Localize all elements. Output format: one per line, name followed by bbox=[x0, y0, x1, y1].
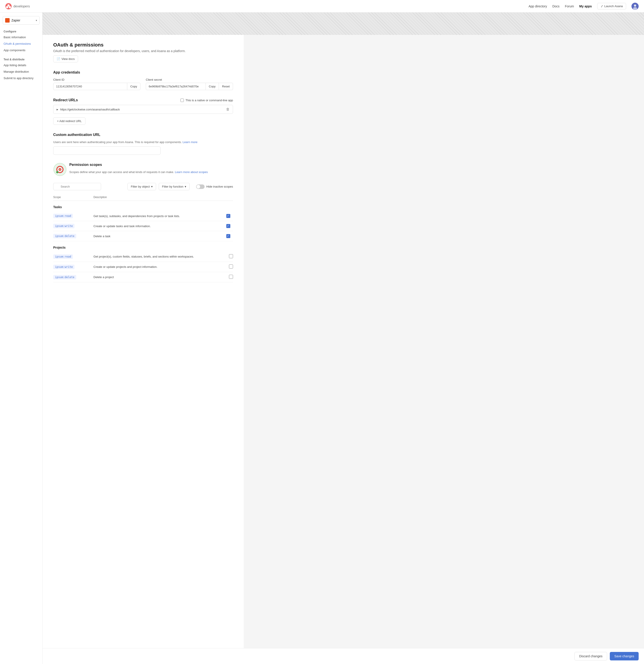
custom-auth-subtitle-text: Users are sent here when authenticating … bbox=[53, 140, 182, 144]
scope-checkbox-cell bbox=[226, 262, 233, 272]
svg-point-5 bbox=[634, 4, 636, 7]
col-checkbox bbox=[226, 194, 233, 201]
expand-icon[interactable]: ▶ bbox=[57, 108, 58, 111]
add-redirect-url-button[interactable]: + Add redirect URL bbox=[53, 117, 85, 125]
asana-logo[interactable]: developers bbox=[5, 3, 30, 9]
nav-forum[interactable]: Forum bbox=[565, 4, 574, 8]
nav-docs[interactable]: Docs bbox=[552, 4, 559, 8]
scopes-icon-svg bbox=[53, 163, 67, 176]
app-name-label: Zapier bbox=[12, 19, 20, 22]
client-id-input-row: Copy bbox=[53, 83, 141, 90]
app-credentials-section: App credentials Client ID Copy Client se… bbox=[53, 70, 233, 90]
sidebar-item-app-listing[interactable]: App listing details bbox=[0, 62, 42, 68]
scopes-learn-more-link[interactable]: Learn more about scopes bbox=[175, 170, 208, 174]
custom-auth-subtitle: Users are sent here when authenticating … bbox=[53, 140, 233, 144]
scope-checkbox[interactable] bbox=[229, 265, 233, 269]
toggle-knob bbox=[196, 185, 200, 188]
app-icon bbox=[5, 18, 9, 23]
page-subtitle: OAuth is the preferred method of authent… bbox=[53, 49, 233, 53]
col-description: Description bbox=[94, 194, 226, 201]
view-docs-label: View docs bbox=[62, 57, 75, 61]
scope-badge-cell: ipsum:delete bbox=[53, 231, 94, 241]
scope-group-name: Tasks bbox=[53, 201, 233, 211]
filter-function-label: Filter by function bbox=[162, 185, 183, 188]
external-link-icon: ⤤ bbox=[601, 4, 603, 8]
native-app-checkbox[interactable] bbox=[181, 99, 184, 102]
filter-by-function-button[interactable]: Filter by function ▾ bbox=[159, 183, 190, 190]
client-id-input[interactable] bbox=[53, 83, 127, 90]
scope-group-name: Projects bbox=[53, 241, 233, 252]
custom-auth-url-input[interactable] bbox=[53, 146, 161, 155]
hide-inactive-toggle[interactable] bbox=[196, 184, 205, 189]
scope-checkbox-checked[interactable] bbox=[226, 234, 230, 238]
scope-checkbox[interactable] bbox=[229, 254, 233, 258]
delete-redirect-icon[interactable]: 🗑 bbox=[226, 107, 230, 111]
scope-badge: ipsum:read bbox=[53, 214, 73, 218]
nav-my-apps[interactable]: My apps bbox=[579, 4, 592, 8]
col-scope: Scope bbox=[53, 194, 94, 201]
scope-description-cell: Get project(s), custom fields, statuses,… bbox=[94, 251, 226, 262]
scope-checkbox-cell bbox=[226, 231, 233, 241]
redirect-url-left: ▶ https://getclockwise.com/asana/oauth/c… bbox=[57, 108, 120, 111]
native-app-checkbox-label[interactable]: This is a native or command-line app bbox=[181, 99, 233, 102]
sidebar-item-manage-distribution[interactable]: Manage distribution bbox=[0, 68, 42, 75]
permission-scopes-section: Permission scopes Scopes define what you… bbox=[53, 163, 233, 282]
table-row: ipsum:readGet project(s), custom fields,… bbox=[53, 251, 233, 262]
scope-description-cell: Get task(s), subtasks, and dependencies … bbox=[94, 211, 226, 221]
scope-badge-cell: ipsum:write bbox=[53, 221, 94, 231]
view-docs-button[interactable]: 📄 View docs bbox=[53, 56, 78, 62]
scope-checkbox-checked[interactable] bbox=[226, 224, 230, 228]
scope-badge: ipsum:write bbox=[53, 265, 75, 269]
scope-badge: ipsum:write bbox=[53, 224, 75, 228]
scopes-search-input[interactable] bbox=[53, 183, 101, 190]
search-wrapper: 🔍 bbox=[53, 183, 125, 190]
scope-checkbox[interactable] bbox=[229, 275, 233, 279]
client-id-label: Client ID bbox=[53, 78, 141, 81]
scope-badge-cell: ipsum:write bbox=[53, 262, 94, 272]
filter-function-chevron-icon: ▾ bbox=[185, 185, 186, 188]
main-area: OAuth & permissions OAuth is the preferr… bbox=[42, 13, 644, 664]
table-row: ipsum:deleteDelete a task bbox=[53, 231, 233, 241]
custom-auth-learn-more-link[interactable]: Learn more bbox=[183, 140, 198, 144]
scopes-mascot-icon bbox=[53, 163, 67, 178]
scope-description-cell: Create or update tasks and task informat… bbox=[94, 221, 226, 231]
app-selector[interactable]: Zapier ▾ bbox=[3, 16, 40, 25]
sidebar-item-oauth-permissions[interactable]: OAuth & permissions bbox=[0, 40, 42, 47]
scope-checkbox-checked[interactable] bbox=[226, 214, 230, 218]
redirect-header: Redirect URLs This is a native or comman… bbox=[53, 98, 233, 102]
client-id-copy-button[interactable]: Copy bbox=[127, 83, 141, 90]
scopes-filters: 🔍 Filter by object ▾ Filter by function … bbox=[53, 183, 233, 190]
save-changes-button[interactable]: Save changes bbox=[610, 652, 639, 660]
test-distribute-section-label: Test & distribute bbox=[0, 56, 42, 62]
scopes-table-body: Tasksipsum:readGet task(s), subtasks, an… bbox=[53, 201, 233, 282]
svg-point-12 bbox=[56, 171, 58, 172]
client-secret-reset-button[interactable]: Reset bbox=[219, 83, 233, 90]
redirect-url-item: ▶ https://getclockwise.com/asana/oauth/c… bbox=[53, 105, 233, 114]
nav-app-directory[interactable]: App directory bbox=[528, 4, 547, 8]
sidebar-item-submit-app[interactable]: Submit to app directory bbox=[0, 75, 42, 81]
asana-logo-svg bbox=[5, 3, 12, 9]
sidebar-item-basic-information[interactable]: Basic information bbox=[0, 34, 42, 40]
banner-image bbox=[42, 13, 644, 35]
scope-badge-cell: ipsum:delete bbox=[53, 272, 94, 282]
scopes-title: Permission scopes bbox=[69, 163, 233, 167]
custom-auth-section: Custom authentication URL Users are sent… bbox=[53, 133, 233, 155]
scope-badge-cell: ipsum:read bbox=[53, 211, 94, 221]
scope-description-cell: Delete a task bbox=[94, 231, 226, 241]
table-row: ipsum:readGet task(s), subtasks, and dep… bbox=[53, 211, 233, 221]
scope-checkbox-cell bbox=[226, 251, 233, 262]
client-secret-input[interactable] bbox=[146, 83, 206, 90]
table-row: ipsum:writeCreate or update projects and… bbox=[53, 262, 233, 272]
scope-badge: ipsum:read bbox=[53, 254, 73, 259]
native-app-label: This is a native or command-line app bbox=[186, 99, 233, 102]
sidebar-item-app-components[interactable]: App components bbox=[0, 47, 42, 54]
client-secret-copy-button[interactable]: Copy bbox=[206, 83, 219, 90]
configure-section-label: Configure bbox=[0, 28, 42, 34]
scope-badge-cell: ipsum:read bbox=[53, 251, 94, 262]
nav-left: developers bbox=[5, 3, 30, 9]
page-header: OAuth & permissions OAuth is the preferr… bbox=[53, 42, 233, 62]
filter-by-object-button[interactable]: Filter by object ▾ bbox=[127, 183, 156, 190]
avatar[interactable] bbox=[631, 3, 639, 10]
launch-asana-button[interactable]: ⤤ Launch Asana bbox=[597, 3, 626, 9]
discard-changes-button[interactable]: Discard changes bbox=[575, 652, 607, 660]
